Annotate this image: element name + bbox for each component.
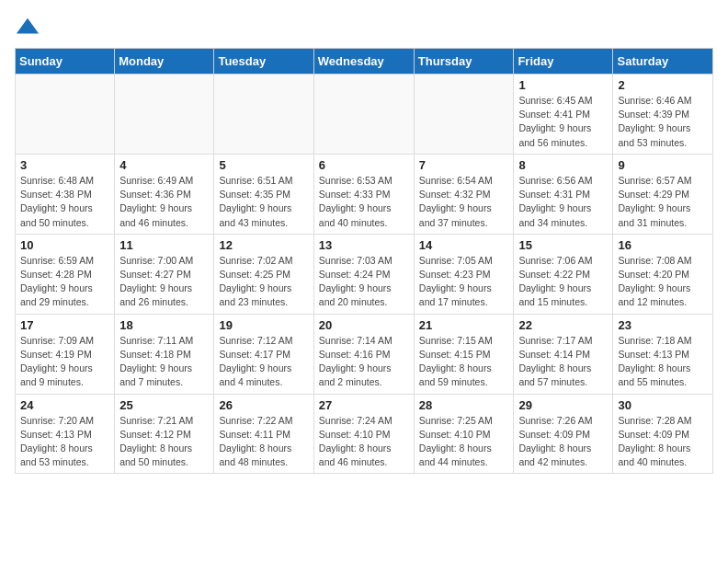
day-info: Sunrise: 7:14 AM Sunset: 4:16 PM Dayligh… xyxy=(319,334,409,390)
day-info: Sunrise: 7:24 AM Sunset: 4:10 PM Dayligh… xyxy=(319,414,409,470)
day-number: 14 xyxy=(419,238,509,252)
day-of-week-friday: Friday xyxy=(514,49,613,75)
day-number: 29 xyxy=(518,398,608,412)
day-info: Sunrise: 7:06 AM Sunset: 4:22 PM Dayligh… xyxy=(518,254,608,310)
logo xyxy=(15,15,42,40)
calendar-cell: 25Sunrise: 7:21 AM Sunset: 4:12 PM Dayli… xyxy=(115,394,214,474)
calendar-cell: 7Sunrise: 6:54 AM Sunset: 4:32 PM Daylig… xyxy=(414,154,514,234)
day-number: 18 xyxy=(119,318,209,332)
day-info: Sunrise: 6:54 AM Sunset: 4:32 PM Dayligh… xyxy=(419,174,509,230)
calendar-cell: 11Sunrise: 7:00 AM Sunset: 4:27 PM Dayli… xyxy=(115,234,214,314)
calendar-cell: 12Sunrise: 7:02 AM Sunset: 4:25 PM Dayli… xyxy=(214,234,313,314)
calendar-cell: 16Sunrise: 7:08 AM Sunset: 4:20 PM Dayli… xyxy=(613,234,713,314)
day-info: Sunrise: 7:05 AM Sunset: 4:23 PM Dayligh… xyxy=(419,254,509,310)
calendar-cell: 14Sunrise: 7:05 AM Sunset: 4:23 PM Dayli… xyxy=(414,234,514,314)
day-info: Sunrise: 6:57 AM Sunset: 4:29 PM Dayligh… xyxy=(618,174,708,230)
day-number: 30 xyxy=(618,398,708,412)
calendar-cell xyxy=(313,75,414,155)
calendar-cell: 22Sunrise: 7:17 AM Sunset: 4:14 PM Dayli… xyxy=(514,314,613,394)
day-info: Sunrise: 7:21 AM Sunset: 4:12 PM Dayligh… xyxy=(119,414,209,470)
calendar-cell: 28Sunrise: 7:25 AM Sunset: 4:10 PM Dayli… xyxy=(414,394,514,474)
day-number: 13 xyxy=(319,238,409,252)
calendar-cell: 21Sunrise: 7:15 AM Sunset: 4:15 PM Dayli… xyxy=(414,314,514,394)
day-number: 8 xyxy=(518,158,608,172)
day-number: 24 xyxy=(20,398,109,412)
day-number: 22 xyxy=(518,318,608,332)
calendar-cell: 20Sunrise: 7:14 AM Sunset: 4:16 PM Dayli… xyxy=(313,314,414,394)
calendar-cell: 29Sunrise: 7:26 AM Sunset: 4:09 PM Dayli… xyxy=(514,394,613,474)
calendar-cell: 23Sunrise: 7:18 AM Sunset: 4:13 PM Dayli… xyxy=(613,314,713,394)
logo-icon xyxy=(15,15,40,40)
day-info: Sunrise: 6:46 AM Sunset: 4:39 PM Dayligh… xyxy=(618,94,708,150)
day-number: 6 xyxy=(319,158,409,172)
day-number: 15 xyxy=(518,238,608,252)
calendar-cell: 24Sunrise: 7:20 AM Sunset: 4:13 PM Dayli… xyxy=(16,394,115,474)
day-number: 20 xyxy=(319,318,409,332)
calendar-cell xyxy=(16,75,115,155)
day-info: Sunrise: 6:51 AM Sunset: 4:35 PM Dayligh… xyxy=(219,174,308,230)
day-info: Sunrise: 7:08 AM Sunset: 4:20 PM Dayligh… xyxy=(618,254,708,310)
day-number: 23 xyxy=(618,318,708,332)
calendar-cell: 6Sunrise: 6:53 AM Sunset: 4:33 PM Daylig… xyxy=(313,154,414,234)
day-info: Sunrise: 6:53 AM Sunset: 4:33 PM Dayligh… xyxy=(319,174,409,230)
day-number: 26 xyxy=(219,398,308,412)
calendar-cell: 18Sunrise: 7:11 AM Sunset: 4:18 PM Dayli… xyxy=(115,314,214,394)
day-info: Sunrise: 7:22 AM Sunset: 4:11 PM Dayligh… xyxy=(219,414,308,470)
day-number: 4 xyxy=(119,158,209,172)
day-info: Sunrise: 7:02 AM Sunset: 4:25 PM Dayligh… xyxy=(219,254,308,310)
calendar-cell xyxy=(115,75,214,155)
day-info: Sunrise: 7:25 AM Sunset: 4:10 PM Dayligh… xyxy=(419,414,509,470)
day-info: Sunrise: 7:18 AM Sunset: 4:13 PM Dayligh… xyxy=(618,334,708,390)
day-number: 27 xyxy=(319,398,409,412)
day-info: Sunrise: 7:17 AM Sunset: 4:14 PM Dayligh… xyxy=(518,334,608,390)
day-of-week-thursday: Thursday xyxy=(414,49,514,75)
calendar-cell: 30Sunrise: 7:28 AM Sunset: 4:09 PM Dayli… xyxy=(613,394,713,474)
day-number: 9 xyxy=(618,158,708,172)
day-number: 19 xyxy=(219,318,308,332)
calendar-cell xyxy=(414,75,514,155)
calendar-cell: 27Sunrise: 7:24 AM Sunset: 4:10 PM Dayli… xyxy=(313,394,414,474)
calendar-cell: 10Sunrise: 6:59 AM Sunset: 4:28 PM Dayli… xyxy=(16,234,115,314)
calendar-cell: 4Sunrise: 6:49 AM Sunset: 4:36 PM Daylig… xyxy=(115,154,214,234)
day-info: Sunrise: 7:20 AM Sunset: 4:13 PM Dayligh… xyxy=(20,414,109,470)
svg-marker-0 xyxy=(17,18,39,34)
day-number: 12 xyxy=(219,238,308,252)
calendar-cell: 3Sunrise: 6:48 AM Sunset: 4:38 PM Daylig… xyxy=(16,154,115,234)
day-number: 16 xyxy=(618,238,708,252)
calendar-cell: 5Sunrise: 6:51 AM Sunset: 4:35 PM Daylig… xyxy=(214,154,313,234)
day-info: Sunrise: 7:03 AM Sunset: 4:24 PM Dayligh… xyxy=(319,254,409,310)
calendar-cell: 2Sunrise: 6:46 AM Sunset: 4:39 PM Daylig… xyxy=(613,75,713,155)
day-of-week-monday: Monday xyxy=(115,49,214,75)
calendar-cell: 8Sunrise: 6:56 AM Sunset: 4:31 PM Daylig… xyxy=(514,154,613,234)
day-info: Sunrise: 7:28 AM Sunset: 4:09 PM Dayligh… xyxy=(618,414,708,470)
day-info: Sunrise: 7:11 AM Sunset: 4:18 PM Dayligh… xyxy=(119,334,209,390)
day-of-week-saturday: Saturday xyxy=(613,49,713,75)
day-info: Sunrise: 6:56 AM Sunset: 4:31 PM Dayligh… xyxy=(518,174,608,230)
day-info: Sunrise: 6:49 AM Sunset: 4:36 PM Dayligh… xyxy=(119,174,209,230)
day-info: Sunrise: 7:09 AM Sunset: 4:19 PM Dayligh… xyxy=(20,334,109,390)
calendar-cell: 13Sunrise: 7:03 AM Sunset: 4:24 PM Dayli… xyxy=(313,234,414,314)
day-of-week-tuesday: Tuesday xyxy=(214,49,313,75)
calendar-cell: 26Sunrise: 7:22 AM Sunset: 4:11 PM Dayli… xyxy=(214,394,313,474)
calendar-cell: 1Sunrise: 6:45 AM Sunset: 4:41 PM Daylig… xyxy=(514,75,613,155)
day-info: Sunrise: 7:15 AM Sunset: 4:15 PM Dayligh… xyxy=(419,334,509,390)
day-number: 28 xyxy=(419,398,509,412)
day-of-week-sunday: Sunday xyxy=(16,49,115,75)
day-number: 2 xyxy=(618,78,708,92)
calendar-cell: 9Sunrise: 6:57 AM Sunset: 4:29 PM Daylig… xyxy=(613,154,713,234)
day-number: 1 xyxy=(518,78,608,92)
calendar-table: SundayMondayTuesdayWednesdayThursdayFrid… xyxy=(15,48,713,474)
day-number: 11 xyxy=(119,238,209,252)
day-info: Sunrise: 7:00 AM Sunset: 4:27 PM Dayligh… xyxy=(119,254,209,310)
day-info: Sunrise: 6:45 AM Sunset: 4:41 PM Dayligh… xyxy=(518,94,608,150)
day-number: 10 xyxy=(20,238,109,252)
day-info: Sunrise: 7:26 AM Sunset: 4:09 PM Dayligh… xyxy=(518,414,608,470)
day-number: 21 xyxy=(419,318,509,332)
day-number: 5 xyxy=(219,158,308,172)
day-number: 17 xyxy=(20,318,109,332)
day-number: 25 xyxy=(119,398,209,412)
day-info: Sunrise: 7:12 AM Sunset: 4:17 PM Dayligh… xyxy=(219,334,308,390)
day-number: 7 xyxy=(419,158,509,172)
calendar-cell: 19Sunrise: 7:12 AM Sunset: 4:17 PM Dayli… xyxy=(214,314,313,394)
day-number: 3 xyxy=(20,158,109,172)
